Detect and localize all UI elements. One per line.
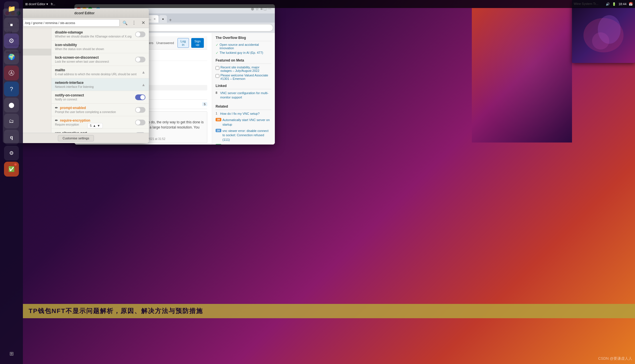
overflow-label-1[interactable]: Open source and accidental innovation (220, 43, 271, 50)
dconf-content: / org / gnome / remmina ste-access disab… (3, 28, 149, 133)
taskbar-icon-appstore[interactable]: Ⓐ (4, 66, 19, 80)
dconf-toggle-prompt-enabled[interactable] (135, 107, 145, 113)
dconf-setting-desc-disable-xdamage: Whether we should disable the XDamage ex… (55, 35, 145, 38)
top-panel: ⊞ dconf Editor ▾ fr... 🔊 🔋 18:44 📅 (23, 0, 635, 8)
top-panel-left: ⊞ dconf Editor ▾ fr... (25, 2, 55, 6)
dconf-title: dconf Editor (22, 11, 147, 15)
top-panel-app-menu[interactable]: ⊞ dconf Editor ▾ (25, 2, 48, 6)
dconf-toolbar: ‹ › /org / gnome / remmina / ste-access … (3, 18, 149, 28)
related-item-4: 5 Problems Configuring the VNC Session f… (216, 144, 271, 145)
dconf-row-icon-visibility[interactable]: icon-visibility When the status icon sho… (52, 41, 149, 53)
pencil-icon-encryption: ✏ (55, 118, 58, 122)
dconf-toggle-use-alt-port[interactable] (135, 132, 145, 133)
featured-label-1[interactable]: Recent site instability, major outages –… (220, 66, 271, 72)
so-nav-unanswered[interactable]: Unanswered (156, 41, 174, 45)
so-signup-btn[interactable]: Sign up (191, 38, 204, 48)
dconf-expand-icon-network: ▲ (141, 82, 145, 87)
scroll-up-btn[interactable]: ▲ (93, 124, 96, 127)
taskbar-icon-folder[interactable]: 🗂 (4, 114, 19, 128)
top-panel-battery-icon: 🔋 (612, 2, 616, 6)
featured-label-2[interactable]: Please welcome Valued Associate #1301 – … (220, 74, 271, 80)
dconf-row-disable-xdamage[interactable]: disable-xdamage Whether we should disabl… (52, 28, 149, 41)
related-item-3: 20 vnc viewer error: disable connect to … (216, 129, 271, 143)
taskbar-icon-dconf[interactable]: ⚙ (4, 33, 19, 48)
dconf-setting-name-network-interface: network-interface (55, 81, 145, 85)
related-badge-2: 39 (216, 118, 221, 121)
taskbar-icon-qbt[interactable]: q (4, 130, 19, 145)
browser-tab-dot[interactable]: ● (159, 15, 167, 23)
featured-checkbox-2[interactable] (216, 74, 219, 78)
dconf-overflow-btn[interactable]: ⋮ (130, 19, 138, 27)
dconf-setting-name-mailto: mailto (55, 68, 145, 72)
linked-title: Linked (216, 84, 271, 89)
dconf-setting-name-lock-screen: lock-screen-on-disconnect (55, 56, 145, 60)
dconf-path-text: /org / gnome / remmina / ste-access (25, 21, 75, 25)
related-badge-3: 20 (216, 129, 221, 132)
dconf-toggle-require-encryption[interactable] (135, 120, 145, 125)
scroll-indicator: 5 ▲ ▼ (87, 123, 103, 128)
dconf-row-notify-on-connect[interactable]: notify-on-connect Notify on connect (52, 91, 149, 104)
related-label-3[interactable]: vnc viewer error: disable connect to soc… (222, 129, 271, 142)
dconf-setting-desc-lock-screen: Lock the screen when last user disconnec… (55, 60, 145, 63)
dconf-path-bar[interactable]: /org / gnome / remmina / ste-access (23, 19, 120, 27)
dconf-row-use-alt-port[interactable]: use-alternative-port Listen on an altern… (52, 129, 149, 133)
taskbar-icon-settings[interactable]: ⚙ (4, 146, 19, 161)
taskbar-icon-chrome[interactable]: ⬤ (4, 98, 19, 112)
related-label-2[interactable]: Automatically start VNC server on startu… (222, 118, 271, 127)
dconf-row-network-interface[interactable]: network-interface Network interface For … (52, 78, 149, 91)
dconf-toggle-disable-xdamage[interactable] (135, 31, 145, 37)
dconf-window: dconf Editor ‹ › /org / gnome / remmina … (3, 9, 149, 143)
top-panel-label: fr... (51, 2, 55, 6)
taskbar-icon-terminal[interactable]: ■ (4, 17, 19, 32)
overflow-item-2: ✓ The luckiest guy in AI (Ep. 477) (216, 51, 271, 55)
related-item-1: 1 How do I fix my VNC setup? (216, 112, 271, 117)
chinese-banner: TP钱包NFT不显示问题解析，原因、解决方法与预防措施 (23, 304, 635, 318)
wine-window: Wine System Tr... (572, 0, 635, 63)
chinese-banner-text: TP钱包NFT不显示问题解析，原因、解决方法与预防措施 (29, 307, 203, 315)
dconf-setting-name-notify-on-connect: notify-on-connect (55, 93, 145, 97)
linked-item-1: 8 VNC server configuration for multi-mon… (216, 91, 271, 101)
linked-label-1[interactable]: VNC server configuration for multi-monit… (220, 91, 271, 100)
dconf-setting-name-require-encryption: ✏ require-encryption (55, 118, 145, 122)
art-panel (472, 8, 572, 143)
wine-content (572, 7, 635, 63)
top-panel-right: 🔊 🔋 18:44 📅 (606, 2, 633, 6)
related-label-1[interactable]: How do I fix my VNC setup? (220, 112, 260, 116)
dconf-close-x-btn[interactable]: ✕ (139, 19, 147, 27)
overflow-label-2[interactable]: The luckiest guy in AI (Ep. 477) (220, 51, 263, 54)
scroll-down-btn[interactable]: ▼ (97, 124, 100, 127)
wine-art-svg (578, 12, 629, 58)
checkmark-2: ✓ (216, 51, 218, 55)
featured-meta-title: Featured on Meta (216, 58, 271, 64)
so-login-btn[interactable]: Log in (178, 38, 189, 48)
taskbar-icon-tasks[interactable]: ✅ (4, 162, 19, 177)
dconf-titlebar: dconf Editor (3, 9, 149, 18)
dconf-row-lock-screen[interactable]: lock-screen-on-disconnect Lock the scree… (52, 53, 149, 66)
top-panel-volume-icon[interactable]: 🔊 (606, 2, 610, 6)
browser-new-tab-btn[interactable]: + (167, 17, 173, 23)
dconf-setting-desc-network-interface: Network interface For listening (55, 85, 145, 88)
browser-tab-howto-close[interactable]: ✕ (153, 17, 156, 21)
featured-item-2: Please welcome Valued Associate #1301 – … (216, 74, 271, 80)
dconf-row-mailto[interactable]: mailto E-mail address to which the remot… (52, 66, 149, 78)
taskbar-icon-help[interactable]: ? (4, 82, 19, 96)
dconf-setting-name-use-alt-port: use-alternative-port (55, 131, 145, 133)
csdn-watermark: CSDN @要谦虚人人 (598, 356, 632, 361)
dconf-customize-btn[interactable]: Customise settings (58, 135, 94, 141)
related-item-2: 39 Automatically start VNC server on sta… (216, 118, 271, 128)
pencil-icon-prompt: ✏ (55, 106, 58, 110)
related-label-4[interactable]: Problems Configuring the VNC Session for… (222, 144, 271, 145)
taskbar: 📁 ■ ⚙ 🌍 Ⓐ ? ⬤ 🗂 q ⚙ ✅ ⊞ (0, 0, 23, 364)
dconf-row-prompt-enabled[interactable]: ✏ prompt-enabled Prompt the user before … (52, 104, 149, 116)
top-panel-calendar-icon[interactable]: 📅 (629, 2, 633, 6)
checkmark-1: ✓ (216, 43, 218, 47)
notification-dot (14, 163, 17, 166)
dconf-search-btn[interactable]: 🔍 (121, 19, 129, 27)
apps-grid-button[interactable]: ⊞ (4, 346, 19, 361)
taskbar-icon-browser[interactable]: 🌍 (4, 50, 19, 64)
taskbar-icon-files[interactable]: 📁 (4, 1, 19, 16)
dconf-toggle-lock-screen[interactable] (135, 57, 145, 62)
dconf-toggle-notify-on-connect[interactable] (135, 94, 145, 100)
so-right-sidebar: The Overflow Blog ✓ Open source and acci… (212, 33, 275, 145)
featured-checkbox-1[interactable] (216, 66, 219, 70)
